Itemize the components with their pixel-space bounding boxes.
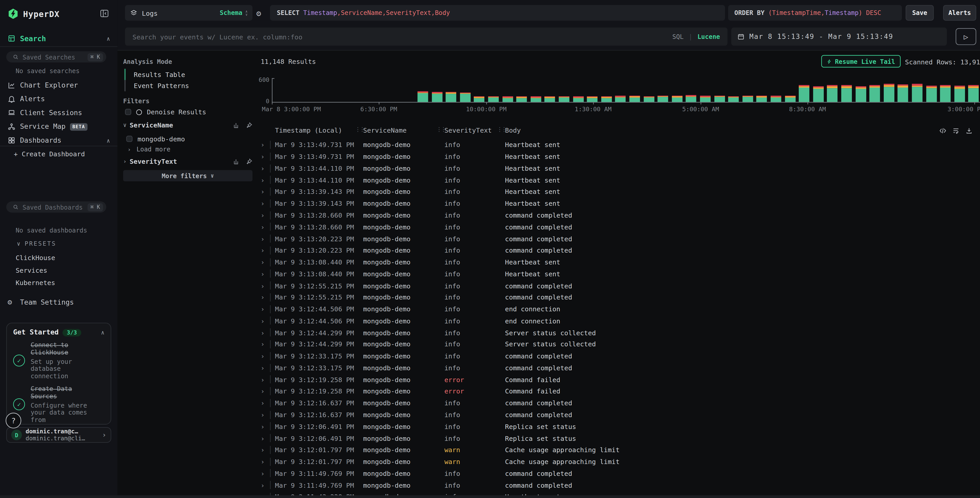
histogram-bar[interactable] — [827, 85, 838, 102]
histogram-bar[interactable] — [700, 96, 711, 102]
denoise-checkbox[interactable] — [125, 109, 131, 115]
histogram-bar[interactable] — [601, 96, 612, 102]
histogram-bar[interactable] — [630, 96, 640, 102]
denoise-results-row[interactable]: Denoise Results — [125, 108, 206, 116]
chevron-up-icon[interactable]: ∧ — [107, 137, 110, 144]
table-row[interactable]: › Mar 9 3:12:06.491 PM mongodb-demo info… — [256, 432, 980, 444]
sidebar-item-service-map[interactable]: Service Map BETA — [8, 122, 110, 131]
histogram-bar[interactable] — [460, 93, 471, 102]
load-more-button[interactable]: › Load more — [127, 146, 170, 153]
row-expand-chevron[interactable]: › — [261, 446, 264, 453]
filter-option-checkbox[interactable] — [126, 136, 132, 142]
row-expand-chevron[interactable]: › — [261, 305, 264, 313]
filter-option-mongodb-demo[interactable]: mongodb-demo — [126, 135, 185, 143]
column-header-body[interactable]: Body — [505, 126, 520, 134]
table-row[interactable]: › Mar 9 3:12:33.175 PM mongodb-demo info… — [256, 362, 980, 374]
filter-group-severitytext[interactable]: › SeverityText — [123, 158, 253, 165]
drag-handle-icon[interactable]: ⋮⋮ — [355, 126, 364, 132]
table-row[interactable]: › Mar 9 3:13:44.110 PM mongodb-demo info… — [256, 162, 980, 174]
histogram-bar[interactable] — [615, 96, 626, 102]
row-expand-chevron[interactable]: › — [261, 270, 264, 278]
row-expand-chevron[interactable]: › — [261, 434, 264, 442]
row-expand-chevron[interactable]: › — [261, 176, 264, 184]
row-expand-chevron[interactable]: › — [261, 387, 264, 395]
histogram-bar[interactable] — [587, 96, 598, 102]
table-row[interactable]: › Mar 9 3:12:06.491 PM mongodb-demo info… — [256, 420, 980, 433]
row-expand-chevron[interactable]: › — [261, 258, 264, 266]
sidebar-item-client-sessions[interactable]: Client Sessions — [8, 108, 110, 117]
filter-group-servicename[interactable]: ∨ ServiceName — [123, 121, 253, 129]
histogram-bar[interactable] — [657, 96, 668, 102]
mode-sql[interactable]: SQL — [673, 33, 684, 40]
histogram-bar[interactable] — [898, 85, 908, 102]
table-row[interactable]: › Mar 9 3:12:01.797 PM mongodb-demo warn… — [256, 456, 980, 468]
row-expand-chevron[interactable]: › — [261, 423, 264, 430]
histogram-bar[interactable] — [728, 96, 739, 102]
user-menu[interactable]: D dominic.tran@c… dominic.tran@cli… › — [6, 427, 111, 443]
chart-filter-icon[interactable] — [233, 121, 240, 128]
histogram-bar[interactable] — [912, 84, 922, 102]
histogram-bar[interactable] — [954, 86, 965, 102]
histogram-bar[interactable] — [841, 85, 852, 102]
mode-results-table[interactable]: Results Table — [134, 70, 185, 78]
row-expand-chevron[interactable]: › — [261, 458, 264, 465]
table-row[interactable]: › Mar 9 3:12:16.637 PM mongodb-demo info… — [256, 397, 980, 409]
histogram-bar[interactable] — [940, 85, 951, 102]
collapse-sidebar-icon[interactable] — [100, 9, 109, 18]
alerts-button[interactable]: Alerts — [943, 5, 977, 21]
pin-icon[interactable] — [245, 121, 253, 128]
horizontal-scrollbar-track[interactable] — [0, 495, 980, 498]
row-expand-chevron[interactable]: › — [261, 153, 264, 160]
table-row[interactable]: › Mar 9 3:13:20.223 PM mongodb-demo info… — [256, 244, 980, 256]
table-row[interactable]: › Mar 9 3:13:28.660 PM mongodb-demo info… — [256, 209, 980, 221]
row-expand-chevron[interactable]: › — [261, 141, 264, 148]
row-expand-chevron[interactable]: › — [261, 352, 264, 360]
run-query-button[interactable]: ▷ — [956, 28, 976, 45]
histogram-bar[interactable] — [474, 96, 485, 102]
date-range-picker[interactable]: Mar 8 15:13:49 - Mar 9 15:13:49 — [731, 27, 947, 46]
row-expand-chevron[interactable]: › — [261, 188, 264, 195]
sidebar-item-chart-explorer[interactable]: Chart Explorer — [8, 81, 110, 90]
preset-dashboard-item[interactable]: ClickHouse — [0, 251, 118, 264]
column-header-timestamp[interactable]: Timestamp (Local) — [275, 126, 342, 134]
download-icon[interactable] — [965, 127, 973, 134]
row-expand-chevron[interactable]: › — [261, 329, 264, 336]
row-expand-chevron[interactable]: › — [261, 317, 264, 324]
preset-dashboard-item[interactable]: Services — [0, 264, 118, 276]
create-dashboard-button[interactable]: + Create Dashboard — [14, 150, 85, 158]
histogram-bar[interactable] — [544, 96, 555, 102]
row-expand-chevron[interactable]: › — [261, 340, 264, 348]
table-row[interactable]: › Mar 9 3:12:19.258 PM mongodb-demo erro… — [256, 374, 980, 385]
table-row[interactable]: › Mar 9 3:12:55.215 PM mongodb-demo info… — [256, 292, 980, 303]
histogram-bar[interactable] — [431, 92, 442, 102]
get-started-item[interactable]: ✓ Create Data Sources Configure where yo… — [13, 385, 105, 424]
source-settings-gear-icon[interactable]: ⚙ — [256, 8, 261, 18]
table-row[interactable]: › Mar 9 3:13:20.223 PM mongodb-demo info… — [256, 233, 980, 245]
histogram-bar[interactable] — [672, 96, 682, 102]
sidebar-item-dashboards[interactable]: Dashboards ∧ — [8, 136, 110, 145]
table-row[interactable]: › Mar 9 3:11:49.769 PM mongodb-demo info… — [256, 468, 980, 479]
drag-handle-icon[interactable]: ⋮⋮ — [436, 126, 445, 132]
schema-toggle[interactable]: Schema — [220, 9, 242, 16]
table-row[interactable]: › Mar 9 3:12:01.797 PM mongodb-demo warn… — [256, 444, 980, 456]
code-view-icon[interactable] — [939, 127, 947, 134]
chevron-up-icon[interactable]: ∧ — [107, 35, 110, 42]
histogram-bar[interactable] — [488, 96, 499, 102]
table-row[interactable]: › Mar 9 3:12:44.299 PM mongodb-demo info… — [256, 327, 980, 338]
chevron-up-icon[interactable]: ∧ — [101, 329, 104, 335]
wrap-text-icon[interactable] — [952, 127, 960, 134]
histogram-bar[interactable] — [446, 92, 456, 102]
select-clause-input[interactable]: SELECT Timestamp ,ServiceName,SeverityTe… — [270, 5, 725, 21]
row-expand-chevron[interactable]: › — [261, 481, 264, 489]
histogram-bar[interactable] — [417, 91, 428, 102]
presets-toggle[interactable]: ∨ PRESETS — [17, 240, 56, 247]
histogram-bar[interactable] — [969, 85, 979, 102]
row-expand-chevron[interactable]: › — [261, 164, 264, 172]
histogram-bar[interactable] — [799, 85, 810, 102]
get-started-item[interactable]: ✓ Connect to ClickHouse Set up your data… — [13, 342, 105, 380]
table-row[interactable]: › Mar 9 3:12:33.175 PM mongodb-demo info… — [256, 350, 980, 362]
histogram-bar[interactable] — [530, 97, 541, 102]
table-row[interactable]: › Mar 9 3:12:44.299 PM mongodb-demo info… — [256, 338, 980, 350]
table-row[interactable]: › Mar 9 3:13:49.731 PM mongodb-demo info… — [256, 139, 980, 151]
histogram-bar[interactable] — [686, 95, 697, 102]
